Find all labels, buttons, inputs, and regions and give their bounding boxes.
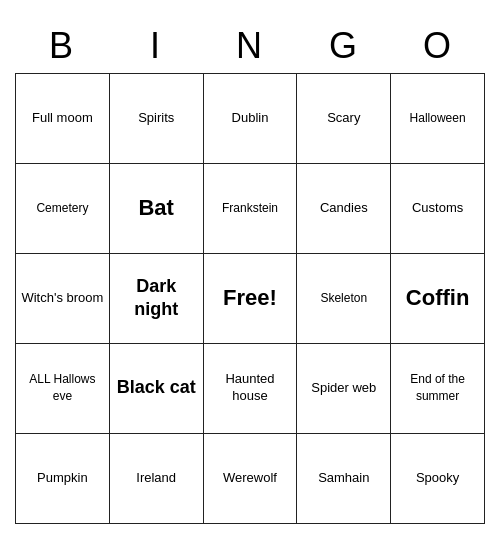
bingo-letter: B <box>15 25 109 67</box>
cell-r3-c4: End of the summer <box>391 343 485 433</box>
cell-r1-c0: Cemetery <box>16 163 110 253</box>
cell-r0-c3: Scary <box>297 73 391 163</box>
cell-r1-c3: Candies <box>297 163 391 253</box>
cell-r0-c4: Halloween <box>391 73 485 163</box>
cell-r0-c2: Dublin <box>203 73 297 163</box>
cell-r4-c3: Samhain <box>297 433 391 523</box>
cell-r4-c2: Werewolf <box>203 433 297 523</box>
cell-r1-c1: Bat <box>109 163 203 253</box>
bingo-letter: G <box>297 25 391 67</box>
cell-r1-c2: Frankstein <box>203 163 297 253</box>
bingo-letter: I <box>109 25 203 67</box>
cell-r4-c1: Ireland <box>109 433 203 523</box>
bingo-header: BINGO <box>15 21 485 73</box>
cell-r2-c4: Coffin <box>391 253 485 343</box>
cell-r3-c3: Spider web <box>297 343 391 433</box>
cell-r0-c1: Spirits <box>109 73 203 163</box>
cell-r2-c0: Witch's broom <box>16 253 110 343</box>
cell-r1-c4: Customs <box>391 163 485 253</box>
cell-r3-c1: Black cat <box>109 343 203 433</box>
cell-r4-c0: Pumpkin <box>16 433 110 523</box>
cell-r2-c2: Free! <box>203 253 297 343</box>
bingo-letter: N <box>203 25 297 67</box>
bingo-letter: O <box>391 25 485 67</box>
cell-r4-c4: Spooky <box>391 433 485 523</box>
cell-r2-c1: Dark night <box>109 253 203 343</box>
cell-r2-c3: Skeleton <box>297 253 391 343</box>
cell-r3-c0: ALL Hallows eve <box>16 343 110 433</box>
bingo-grid: Full moomSpiritsDublinScaryHalloweenCeme… <box>15 73 485 524</box>
cell-r0-c0: Full moom <box>16 73 110 163</box>
bingo-card: BINGO Full moomSpiritsDublinScaryHallowe… <box>15 21 485 524</box>
cell-r3-c2: Haunted house <box>203 343 297 433</box>
